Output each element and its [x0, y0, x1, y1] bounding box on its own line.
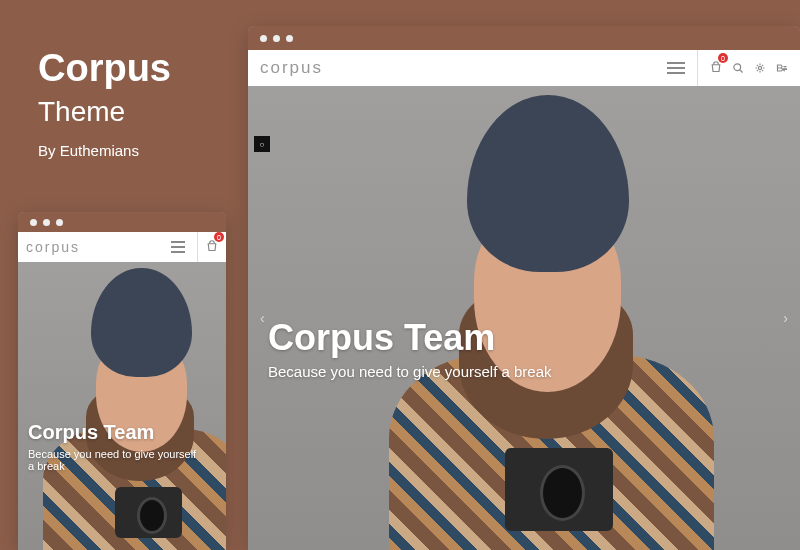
gear-icon[interactable]: [754, 62, 766, 74]
product-title: Corpus: [38, 48, 171, 90]
cart-button[interactable]: 0: [710, 59, 722, 77]
topbar-right: 0: [667, 50, 788, 86]
cart-button[interactable]: 0: [206, 238, 218, 256]
menu-toggle-icon[interactable]: [667, 62, 685, 74]
slide-subtitle: Because you need to give yourself a brea…: [268, 363, 552, 380]
slide-title: Corpus Team: [28, 421, 198, 444]
window-control-dot[interactable]: [30, 219, 37, 226]
slide-caption: Corpus Team Because you need to give you…: [28, 421, 198, 472]
search-icon[interactable]: [732, 62, 744, 74]
hero-slider: Corpus Team Because you need to give you…: [18, 262, 226, 550]
product-author: By Euthemians: [38, 142, 171, 159]
mobile-preview-window: corpus 0 Corpus Team Because yo: [18, 212, 226, 550]
window-titlebar: [248, 26, 800, 50]
window-control-dot[interactable]: [56, 219, 63, 226]
header-utility-icons: 0: [697, 50, 788, 86]
loader-indicator: ○: [254, 136, 270, 152]
slide-caption: Corpus Team Because you need to give you…: [268, 317, 552, 380]
svg-point-0: [734, 64, 741, 71]
site-topbar: corpus 0: [248, 50, 800, 86]
window-titlebar: [18, 212, 226, 232]
cart-badge: 0: [718, 53, 728, 63]
behance-icon[interactable]: [776, 62, 788, 74]
slider-next-arrow[interactable]: ›: [777, 304, 794, 332]
window-control-dot[interactable]: [260, 35, 267, 42]
site-logo[interactable]: corpus: [260, 58, 323, 78]
menu-toggle-icon[interactable]: [171, 241, 185, 253]
cart-badge: 0: [214, 232, 224, 242]
bag-icon: [206, 240, 218, 252]
desktop-preview-window: corpus 0 ○ ‹: [248, 26, 800, 550]
window-control-dot[interactable]: [286, 35, 293, 42]
site-logo[interactable]: corpus: [26, 239, 80, 255]
hero-person-illustration: [24, 262, 226, 550]
slide-subtitle: Because you need to give yourself a brea…: [28, 448, 198, 472]
header-utility-icons: 0: [197, 232, 218, 262]
window-control-dot[interactable]: [273, 35, 280, 42]
bag-icon: [710, 61, 722, 73]
product-subtitle: Theme: [38, 96, 171, 128]
site-topbar: corpus 0: [18, 232, 226, 262]
product-info: Corpus Theme By Euthemians: [38, 48, 171, 159]
svg-point-1: [758, 66, 761, 69]
slide-title: Corpus Team: [268, 317, 552, 359]
hero-slider: ○ ‹ › Corpus Team Because you need to gi…: [248, 86, 800, 550]
window-control-dot[interactable]: [43, 219, 50, 226]
topbar-right: 0: [171, 232, 218, 262]
